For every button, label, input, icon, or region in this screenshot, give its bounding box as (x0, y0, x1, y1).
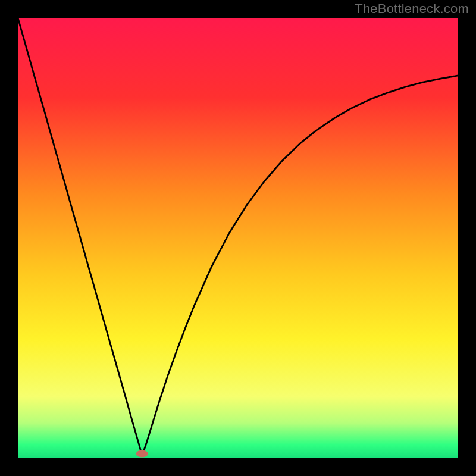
plot-background (18, 18, 458, 458)
chart-frame: TheBottleneck.com (0, 0, 476, 476)
watermark-label: TheBottleneck.com (355, 1, 469, 17)
bottleneck-chart (18, 18, 458, 458)
optimal-marker (136, 450, 148, 458)
